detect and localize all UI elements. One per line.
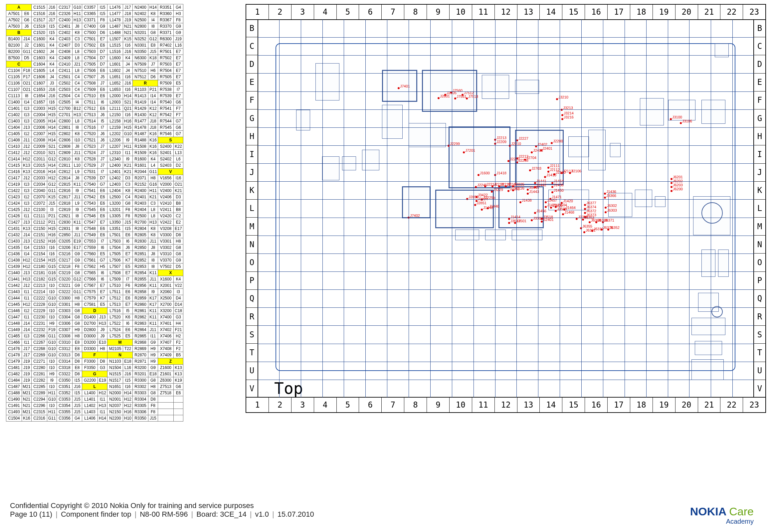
comp-loc: G8 xyxy=(73,314,82,320)
comp-loc: G7 xyxy=(174,131,183,137)
comp-ref: C1444 xyxy=(6,295,22,301)
comp-ref: X xyxy=(158,270,183,276)
comp-loc: K11 xyxy=(148,308,158,314)
ruler-col: 13 xyxy=(517,398,540,412)
ruler-col: 17 xyxy=(608,5,630,19)
comp-ref: C2504 xyxy=(57,93,73,99)
comp-loc: J15 xyxy=(148,49,158,55)
comp-ref: C2230 xyxy=(32,314,47,320)
comp-ref: S2402 xyxy=(158,156,174,162)
j-marker xyxy=(541,221,543,223)
comp-ref: C1425 xyxy=(6,207,22,213)
comp-loc: G12 xyxy=(148,36,158,42)
comp-loc: E7 xyxy=(174,93,183,99)
j-marker xyxy=(478,174,479,176)
comp-loc: K8 xyxy=(73,30,82,36)
comp-ref: C3318 xyxy=(57,365,73,371)
ruler-col: 22 xyxy=(720,398,743,412)
comp-loc: J16 xyxy=(123,371,133,377)
comp-loc xyxy=(174,415,183,422)
j-label: J6203 xyxy=(673,183,683,187)
comp-ref: R2830 xyxy=(133,238,148,245)
j-marker xyxy=(604,197,606,199)
comp-loc: H14 xyxy=(123,93,133,99)
comp-ref: C2003 xyxy=(32,105,47,112)
comp-ref: C7579 xyxy=(82,295,98,301)
comp-loc: G11 xyxy=(47,333,57,339)
ruler-col: 20 xyxy=(675,5,698,19)
comp-loc: D3 xyxy=(174,194,183,200)
comp-loc: J16 xyxy=(47,93,57,99)
comp-ref: R6300 xyxy=(158,36,174,42)
comp-ref: C3304 xyxy=(57,314,73,320)
comp-loc: J16 xyxy=(47,4,57,11)
comp-ref: L7510 xyxy=(107,282,123,289)
comp-ref: B7500 xyxy=(6,55,22,61)
comp-ref: C7553 xyxy=(82,238,98,245)
table-row: C1401I13C2003H15C2700B12C7512E6L2111Q21R… xyxy=(6,105,183,112)
comp-loc: L8 xyxy=(73,68,82,74)
comp-loc: G9 xyxy=(174,257,183,264)
comp-loc: E7 xyxy=(98,36,107,42)
comp-ref: S xyxy=(158,137,183,143)
comp-ref: C7575 xyxy=(82,289,98,295)
comp-loc: E7 xyxy=(174,49,183,55)
comp-ref: C7581 xyxy=(82,301,98,308)
comp-loc: T22 xyxy=(123,346,133,352)
comp-ref: C3303 xyxy=(57,308,73,314)
comp-ref: R7539 xyxy=(158,93,174,99)
comp-loc: C4 xyxy=(73,80,82,87)
comp-ref: C3307 xyxy=(57,327,73,333)
comp-loc: E5 xyxy=(174,80,183,87)
j-marker xyxy=(475,186,477,188)
comp-ref: L1653 xyxy=(107,87,123,93)
comp-loc: G9 xyxy=(148,339,158,346)
comp-ref: C1516 xyxy=(32,11,47,17)
comp-ref: A7501 xyxy=(6,11,22,17)
table-row: C1479J19C2271I10C3314D8F3300D8N1103E18R2… xyxy=(6,358,183,365)
comp-ref: R2858 xyxy=(133,289,148,295)
comp-ref: C2228 xyxy=(32,301,47,308)
comp-loc: I12 xyxy=(22,194,32,200)
comp-ref: C1449 xyxy=(6,327,22,333)
comp-loc: M21 xyxy=(22,390,32,396)
comp-loc: D8 xyxy=(73,371,82,377)
comp-loc: H13 xyxy=(73,17,82,23)
comp-ref: L3305 xyxy=(107,213,123,219)
comp-loc: K11 xyxy=(73,219,82,226)
comp-ref: C2152 xyxy=(32,238,47,245)
comp-ref: R7546 xyxy=(158,131,174,137)
comp-ref: C2821 xyxy=(57,213,73,219)
table-row: C1419I13C2034G12C2815K11C7540G7L2403C3R2… xyxy=(6,181,183,188)
comp-loc: H8 xyxy=(98,346,107,352)
comp-loc: E17 xyxy=(73,245,82,251)
comp-ref: B xyxy=(6,30,32,36)
comp-loc: J3 xyxy=(47,80,57,87)
comp-ref: C1466 xyxy=(6,339,22,346)
comp-ref: C1653 xyxy=(32,87,47,93)
footer-info: Page 10 (11)|Component finder top|N8-00 … xyxy=(10,510,314,519)
j-label: J3518 xyxy=(543,215,553,219)
comp-ref: C1602 xyxy=(32,49,47,55)
comp-ref: C2180 xyxy=(32,264,47,270)
j-label: J2227 xyxy=(518,136,528,140)
comp-loc: J19 xyxy=(123,17,133,23)
comp-ref: C1446 xyxy=(6,308,22,314)
comp-ref: R3370 xyxy=(158,23,174,30)
comp-ref: R2856 xyxy=(133,282,148,289)
comp-loc: E2 xyxy=(174,219,183,226)
comp-loc: O21 xyxy=(22,87,32,93)
comp-loc: J11 xyxy=(148,327,158,333)
ruler-row: V xyxy=(246,380,258,398)
comp-ref: C2505 xyxy=(57,99,73,105)
comp-loc: H13 xyxy=(98,320,107,327)
comp-ref: R2500 xyxy=(133,213,148,219)
comp-loc: V22 xyxy=(174,282,183,289)
comp-loc: G3 xyxy=(98,365,107,371)
comp-ref: C7560 xyxy=(82,251,98,257)
nokia-care-logo: NOKIA Care Academy xyxy=(690,505,754,518)
comp-loc: L13 xyxy=(174,150,183,156)
comp-loc: G9 xyxy=(98,23,107,30)
ruler-row: K xyxy=(246,182,258,200)
comp-ref: C3365 xyxy=(82,11,98,17)
